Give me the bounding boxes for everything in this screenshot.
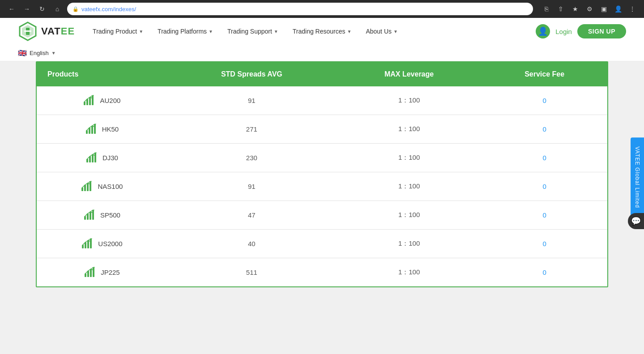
fee-cell: 0 bbox=[482, 144, 607, 172]
product-name: HK50 bbox=[102, 125, 119, 133]
lock-icon: 🔒 bbox=[73, 6, 79, 12]
product-cell: US2000 bbox=[37, 230, 167, 258]
svg-rect-3 bbox=[24, 30, 31, 32]
spreads-cell: 511 bbox=[167, 258, 337, 287]
browser-chrome: ← → ↻ ⌂ 🔒 vateefx.com/indexes/ ⎘ ⇧ ★ ⚙ ▣… bbox=[0, 0, 644, 18]
svg-rect-14 bbox=[92, 154, 94, 162]
nav-trading-product[interactable]: Trading Product ▼ bbox=[85, 18, 150, 45]
product-cell: NAS100 bbox=[37, 172, 167, 201]
chevron-down-icon: ▼ bbox=[51, 51, 56, 55]
table-row: NAS100 91 1：100 0 bbox=[37, 172, 607, 201]
forward-button[interactable]: → bbox=[21, 3, 33, 15]
col-header-leverage: MAX Leverage bbox=[337, 62, 482, 86]
chart-icon bbox=[81, 179, 93, 193]
fee-cell: 0 bbox=[482, 258, 607, 287]
svg-rect-22 bbox=[90, 212, 91, 220]
nav-row: VATEE Trading Product ▼ Trading Platform… bbox=[18, 18, 626, 45]
side-tab[interactable]: VATEE Global Limited bbox=[631, 137, 644, 217]
home-button[interactable]: ⌂ bbox=[51, 3, 64, 15]
chevron-down-icon: ▼ bbox=[139, 29, 143, 34]
leverage-cell: 1：100 bbox=[337, 258, 482, 287]
nav-trading-resources-label: Trading Resources bbox=[293, 28, 345, 35]
spreads-cell: 40 bbox=[167, 230, 337, 258]
url-display: vateefx.com/indexes/ bbox=[81, 6, 136, 13]
svg-rect-24 bbox=[82, 245, 84, 248]
product-table: Products STD Spreads AVG MAX Leverage Se… bbox=[37, 62, 607, 286]
language-row: 🇬🇧 English ▼ bbox=[18, 45, 626, 61]
chart-icon bbox=[83, 94, 95, 107]
profile-button[interactable]: 👤 bbox=[612, 3, 624, 15]
table-row: AU200 91 1：100 0 bbox=[37, 86, 607, 115]
table-row: DJ30 230 1：100 0 bbox=[37, 144, 607, 172]
spreads-cell: 271 bbox=[167, 115, 337, 144]
site-header: VATEE Trading Product ▼ Trading Platform… bbox=[0, 18, 644, 61]
extensions-button[interactable]: ⚙ bbox=[583, 3, 596, 15]
table-row: HK50 271 1：100 0 bbox=[37, 115, 607, 144]
address-bar[interactable]: 🔒 vateefx.com/indexes/ bbox=[67, 3, 533, 15]
leverage-cell: 1：100 bbox=[337, 144, 482, 172]
nav-trading-support[interactable]: Trading Support ▼ bbox=[220, 18, 286, 45]
bookmark-button[interactable]: ★ bbox=[569, 3, 581, 15]
product-cell: SP500 bbox=[37, 201, 167, 230]
chart-icon bbox=[84, 265, 96, 279]
fee-cell: 0 bbox=[482, 172, 607, 201]
back-button[interactable]: ← bbox=[5, 3, 18, 15]
product-cell: AU200 bbox=[37, 86, 167, 115]
nav-trading-platforms[interactable]: Trading Platforms ▼ bbox=[150, 18, 220, 45]
screenshot-button[interactable]: ⎘ bbox=[540, 3, 553, 15]
product-name: DJ30 bbox=[102, 154, 118, 162]
fee-cell: 0 bbox=[482, 115, 607, 144]
product-name: SP500 bbox=[100, 211, 120, 219]
flag-icon: 🇬🇧 bbox=[18, 49, 27, 57]
spreads-cell: 91 bbox=[167, 86, 337, 115]
leverage-cell: 1：100 bbox=[337, 86, 482, 115]
svg-rect-28 bbox=[85, 273, 86, 277]
svg-rect-8 bbox=[86, 130, 88, 134]
chat-button[interactable]: 💬 bbox=[628, 213, 644, 229]
svg-rect-6 bbox=[89, 97, 91, 105]
nav-trading-resources[interactable]: Trading Resources ▼ bbox=[286, 18, 359, 45]
reload-button[interactable]: ↻ bbox=[36, 3, 48, 15]
menu-button[interactable]: ⋮ bbox=[626, 3, 639, 15]
table-row: SP500 47 1：100 0 bbox=[37, 201, 607, 230]
nav-trading-platforms-label: Trading Platforms bbox=[158, 28, 207, 35]
browser-controls: ← → ↻ ⌂ bbox=[5, 3, 64, 15]
svg-rect-10 bbox=[91, 126, 93, 134]
fee-cell: 0 bbox=[482, 201, 607, 230]
fee-cell: 0 bbox=[482, 230, 607, 258]
leverage-cell: 1：100 bbox=[337, 230, 482, 258]
svg-rect-30 bbox=[90, 269, 92, 277]
language-label: English bbox=[30, 50, 49, 56]
share-button[interactable]: ⇧ bbox=[554, 3, 567, 15]
col-header-products: Products bbox=[37, 62, 167, 86]
svg-rect-16 bbox=[81, 188, 83, 191]
user-avatar-icon: 👤 bbox=[536, 24, 550, 38]
table-row: US2000 40 1：100 0 bbox=[37, 230, 607, 258]
product-name: JP225 bbox=[101, 269, 120, 276]
chevron-down-icon: ▼ bbox=[347, 29, 352, 34]
nav-trading-support-label: Trading Support bbox=[227, 28, 272, 35]
language-selector[interactable]: 🇬🇧 English ▼ bbox=[18, 49, 56, 57]
product-cell: JP225 bbox=[37, 258, 167, 287]
layout-button[interactable]: ▣ bbox=[597, 3, 610, 15]
leverage-cell: 1：100 bbox=[337, 172, 482, 201]
login-button[interactable]: Login bbox=[555, 28, 572, 35]
nav-about-us[interactable]: About Us ▼ bbox=[358, 18, 405, 45]
product-table-wrapper: Products STD Spreads AVG MAX Leverage Se… bbox=[36, 61, 608, 287]
product-cell: HK50 bbox=[37, 115, 167, 144]
chevron-down-icon: ▼ bbox=[274, 29, 278, 34]
chart-icon bbox=[83, 208, 96, 222]
svg-rect-4 bbox=[84, 102, 85, 105]
product-cell: DJ30 bbox=[37, 144, 167, 172]
product-name: NAS100 bbox=[98, 183, 123, 190]
chevron-down-icon: ▼ bbox=[393, 29, 398, 34]
svg-rect-12 bbox=[86, 159, 88, 162]
col-header-spreads: STD Spreads AVG bbox=[167, 62, 337, 86]
svg-rect-18 bbox=[87, 183, 89, 191]
logo[interactable]: VATEE bbox=[18, 21, 75, 41]
product-name: AU200 bbox=[100, 97, 120, 104]
spreads-cell: 47 bbox=[167, 201, 337, 230]
main-content: Products STD Spreads AVG MAX Leverage Se… bbox=[0, 61, 644, 354]
nav-about-us-label: About Us bbox=[366, 28, 392, 35]
signup-button[interactable]: SIGN UP bbox=[577, 24, 626, 38]
